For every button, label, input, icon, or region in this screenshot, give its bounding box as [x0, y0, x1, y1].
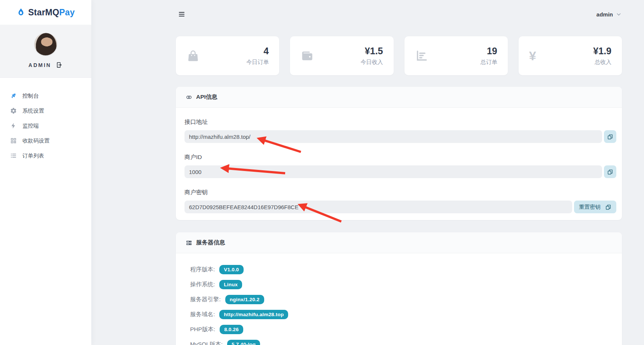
section-title: 服务器信息 [196, 239, 225, 247]
reset-key-button[interactable]: 重置密钥 [579, 204, 601, 211]
main-area: admin 4 今日订单 [91, 0, 644, 345]
brand-logo[interactable]: StarMQPay [0, 0, 91, 25]
sidebar-item-order-list[interactable]: 订单列表 [0, 148, 91, 163]
logout-icon[interactable] [56, 61, 63, 68]
stats-row: 4 今日订单 ¥1.5 今日收入 [176, 36, 622, 75]
copy-icon [607, 134, 613, 140]
link-icon [186, 94, 192, 101]
copy-button[interactable] [604, 130, 616, 143]
merchant-id-label: 商户ID [184, 153, 616, 161]
server-row-os: 操作系统: Linux [190, 280, 616, 289]
user-dropdown-label: admin [596, 11, 613, 18]
sidebar-user-block: ADMIN [0, 25, 91, 78]
stat-card-total-income: ¥ ¥1.9 总收入 [519, 36, 622, 75]
stat-label: 总订单 [480, 59, 497, 66]
sidebar-item-label: 监控端 [22, 122, 39, 129]
stat-value: 19 [480, 46, 497, 57]
chevron-down-icon [616, 12, 621, 17]
server-row-program-version: 程序版本: V1.0.0 [190, 265, 616, 274]
stat-label: 今日收入 [361, 59, 383, 66]
server-row-php: PHP版本: 8.0.26 [190, 324, 616, 334]
hamburger-menu-icon[interactable] [179, 11, 184, 18]
sidebar-item-system-settings[interactable]: 系统设置 [0, 103, 91, 118]
rocket-icon [9, 91, 18, 100]
stat-value: ¥1.5 [361, 46, 383, 57]
sidebar-menu: 控制台 系统设置 监控端 收款码设置 订单列表 [0, 78, 91, 163]
copy-icon [607, 169, 613, 175]
list-icon [10, 152, 17, 159]
stat-value: 4 [246, 46, 269, 57]
topbar: admin [176, 0, 622, 28]
server-icon [186, 239, 192, 246]
user-dropdown[interactable]: admin [596, 11, 621, 18]
merchant-key-label: 商户密钥 [184, 189, 616, 196]
value-badge: V1.0.0 [219, 265, 243, 274]
user-name: ADMIN [28, 62, 51, 68]
shopping-bag-icon [186, 49, 200, 62]
stat-label: 今日订单 [246, 59, 269, 66]
merchant-id-input[interactable] [184, 165, 602, 178]
api-address-label: 接口地址 [184, 118, 616, 126]
stat-card-total-orders: 19 总订单 [405, 36, 508, 75]
bar-chart-icon [415, 49, 428, 62]
sidebar-item-label: 收款码设置 [22, 137, 50, 144]
server-info-card: 服务器信息 程序版本: V1.0.0 操作系统: Linux 服务器引擎: ng… [176, 232, 622, 345]
sidebar-item-dashboard[interactable]: 控制台 [0, 88, 91, 103]
yen-icon: ¥ [529, 49, 536, 62]
sidebar-item-label: 系统设置 [22, 107, 44, 115]
value-badge: nginx/1.20.2 [225, 295, 264, 304]
server-row-domain: 服务域名: http://mazhifu.alm28.top [190, 309, 616, 319]
sidebar-item-qrcode-settings[interactable]: 收款码设置 [0, 133, 91, 148]
flame-logo-icon [16, 8, 25, 17]
sidebar-item-label: 订单列表 [22, 152, 44, 159]
value-badge: 8.0.26 [220, 325, 243, 334]
gear-icon [10, 107, 17, 114]
value-badge: http://mazhifu.alm28.top [219, 310, 288, 319]
stat-label: 总收入 [593, 59, 611, 66]
server-row-mysql: MySQL版本: 5.7.40-log [190, 339, 616, 345]
sidebar-item-monitor[interactable]: 监控端 [0, 118, 91, 133]
server-info-header: 服务器信息 [176, 232, 622, 253]
api-info-header: API信息 [176, 87, 622, 108]
sidebar: StarMQPay ADMIN 控制台 系统设置 [0, 0, 91, 345]
api-info-card: API信息 接口地址 商户ID [176, 87, 622, 220]
section-title: API信息 [196, 93, 217, 101]
brand-name: StarMQPay [28, 7, 75, 18]
wallet-icon [300, 49, 314, 62]
value-badge: Linux [219, 280, 242, 289]
copy-icon[interactable] [605, 204, 611, 210]
bolt-icon [10, 122, 17, 129]
qrcode-icon [10, 137, 17, 144]
stat-card-today-orders: 4 今日订单 [176, 36, 279, 75]
copy-button[interactable] [604, 165, 616, 178]
stat-card-today-income: ¥1.5 今日收入 [290, 36, 393, 75]
avatar[interactable] [34, 33, 57, 55]
value-badge: 5.7.40-log [227, 340, 260, 345]
merchant-key-input[interactable] [184, 201, 572, 213]
reset-key-button-group: 重置密钥 [574, 201, 616, 213]
sidebar-item-label: 控制台 [22, 92, 39, 100]
api-address-input[interactable] [184, 130, 602, 143]
server-row-engine: 服务器引擎: nginx/1.20.2 [190, 294, 616, 304]
stat-value: ¥1.9 [593, 46, 611, 57]
